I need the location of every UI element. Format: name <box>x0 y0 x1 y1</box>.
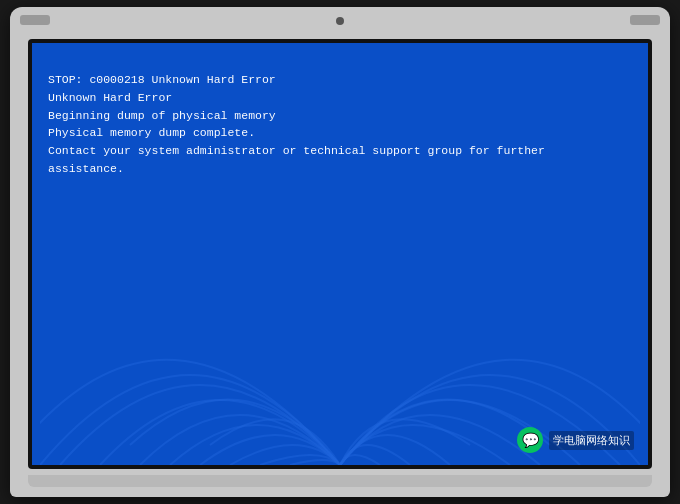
bsod-line-1: STOP: c0000218 Unknown Hard Error <box>48 71 632 89</box>
bsod-line-6: assistance. <box>48 160 632 178</box>
bsod-line-4: Physical memory dump complete. <box>48 124 632 142</box>
camera-dot <box>336 17 344 25</box>
screen-bezel: .wave { fill: none; stroke: rgba(30,100,… <box>28 39 652 469</box>
watermark: 💬 学电脑网络知识 <box>517 427 634 453</box>
bsod-line-5: Contact your system administrator or tec… <box>48 142 632 160</box>
camera-area <box>336 17 344 25</box>
laptop-top-bar <box>10 11 670 29</box>
laptop-bottom-trim <box>28 475 652 487</box>
bsod-line-2: Unknown Hard Error <box>48 89 632 107</box>
laptop-frame: .wave { fill: none; stroke: rgba(30,100,… <box>10 7 670 497</box>
bsod-wave-decoration: .wave { fill: none; stroke: rgba(30,100,… <box>40 165 640 465</box>
bsod-text-area: STOP: c0000218 Unknown Hard Error Unknow… <box>48 71 632 178</box>
hinge-right <box>630 15 660 25</box>
watermark-text: 学电脑网络知识 <box>549 431 634 450</box>
watermark-icon: 💬 <box>517 427 543 453</box>
bsod-line-3: Beginning dump of physical memory <box>48 107 632 125</box>
hinge-left <box>20 15 50 25</box>
bsod-screen: .wave { fill: none; stroke: rgba(30,100,… <box>32 43 648 465</box>
